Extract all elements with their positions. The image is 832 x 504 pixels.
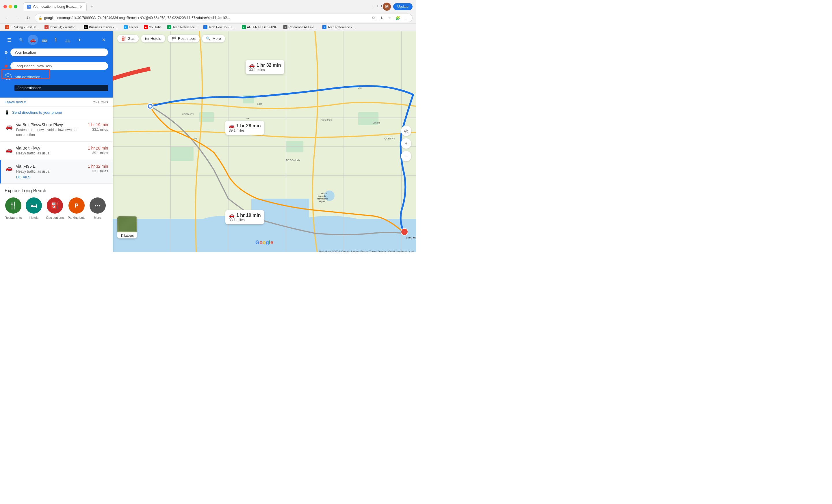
bookmark-bi-viking[interactable]: B BI Viking - Last 50...	[3, 25, 41, 30]
back-button[interactable]: ←	[3, 14, 11, 22]
zoom-in-button[interactable]: +	[401, 138, 411, 149]
more-chip[interactable]: 🔍 More	[202, 35, 225, 43]
transport-bike-icon[interactable]: 🚲	[62, 35, 73, 45]
route-option-2[interactable]: 🚗 via I-495 E Heavy traffic, as usual DE…	[0, 160, 113, 184]
maximize-window-button[interactable]	[14, 5, 17, 8]
route-desc-2: Heavy traffic, as usual	[16, 169, 84, 174]
bookmark-label: AFTER PUBLISHING	[247, 25, 278, 29]
address-bar[interactable]: 🔒 google.com/maps/dir/40.7099933,-74.010…	[35, 13, 413, 22]
zoom-out-button[interactable]: −	[401, 151, 411, 161]
origin-input[interactable]	[10, 49, 108, 56]
leave-now-button[interactable]: Leave now ▾	[5, 100, 26, 104]
layers-button[interactable]: ◧ Layers	[117, 216, 137, 239]
hotels-chip-icon: 🛏	[145, 36, 149, 41]
transport-car-icon[interactable]: 🚗	[28, 35, 38, 45]
map-area[interactable]: QUEENS BROOKLYN HOBOKEN Floral Park Elmo…	[113, 31, 416, 252]
more-icon[interactable]: ⋮	[403, 15, 409, 21]
hotels-chip[interactable]: 🛏 Hotels	[141, 35, 165, 43]
bookmark-inbox[interactable]: M Inbox (4) - wanton...	[43, 25, 80, 30]
extensions-icon[interactable]: ⋮⋮⋮	[375, 4, 381, 9]
bookmark-business-insider[interactable]: B Business Insider - ...	[82, 25, 120, 30]
route-option-0[interactable]: 🚗 via Belt Pkwy/Shore Pkwy Fastest route…	[0, 118, 113, 142]
bookmark-label: Tech How To - Bu...	[209, 25, 236, 29]
explore-gas[interactable]: ⛽ Gas stations	[46, 197, 63, 219]
close-window-button[interactable]	[3, 5, 7, 8]
add-destination-row[interactable]: + Add destination	[5, 72, 108, 81]
bookmark-youtube[interactable]: ▶ YouTube	[142, 25, 163, 30]
explore-parking[interactable]: P Parking Lots	[68, 197, 85, 219]
route-time-box-0: 🚗 1 hr 32 min 33.1 miles	[245, 60, 284, 74]
route-details-link[interactable]: DETAILS	[16, 175, 84, 179]
extensions-btn[interactable]: 🧩	[395, 15, 401, 21]
bookmark-tech-ref2[interactable]: T Tech Reference - ...	[321, 25, 357, 30]
route-time-0: 1 hr 19 min	[88, 122, 108, 127]
car-icon-2: 🚗	[5, 165, 13, 171]
bookmark-tech-how[interactable]: T Tech How To - Bu...	[202, 25, 238, 30]
bookmark-label: Tech Reference - ...	[328, 25, 355, 29]
transport-walk-icon[interactable]: 🚶	[51, 35, 61, 45]
route-name-0: via Belt Pkwy/Shore Pkwy	[16, 122, 84, 127]
svg-text:BROOKLYN: BROOKLYN	[286, 159, 300, 162]
bookmark-favicon: t	[124, 25, 128, 29]
options-button[interactable]: OPTIONS	[93, 101, 108, 104]
refresh-button[interactable]: ↻	[24, 14, 32, 22]
rest-stops-chip[interactable]: 🏁 Rest stops	[167, 35, 200, 43]
profile-avatar[interactable]: M	[383, 3, 391, 11]
route-time-dist-0: 1 hr 19 min 33.1 miles	[88, 122, 108, 132]
gas-chip-label: Gas	[128, 36, 135, 41]
bookmark-label: Tech Reference 0	[173, 25, 197, 29]
bookmark-tech-ref[interactable]: T Tech Reference 0	[165, 25, 199, 30]
forward-button[interactable]: →	[14, 14, 22, 22]
svg-text:QUEENS: QUEENS	[384, 137, 395, 140]
route-dist-2: 33.1 miles	[88, 169, 108, 173]
minimize-window-button[interactable]	[9, 5, 12, 8]
route-time-dist-2: 1 hr 32 min 33.1 miles	[88, 164, 108, 173]
tab-close-button[interactable]: ✕	[79, 4, 83, 9]
menu-button[interactable]: ☰	[5, 35, 14, 45]
active-tab[interactable]: 🗺 Your location to Long Beach, N... ✕	[23, 2, 87, 11]
search-icon: 🔍	[206, 36, 211, 41]
bookmark-twitter[interactable]: t Twitter	[122, 25, 140, 30]
parking-icon: P	[69, 197, 85, 214]
rtb-dist-2: 33.1 miles	[229, 218, 261, 222]
explore-restaurants[interactable]: 🍴 Restaurants	[5, 197, 22, 219]
chevron-down-icon: ▾	[24, 100, 26, 104]
pip-icon[interactable]: ⧉	[371, 15, 376, 21]
layers-label: ◧ Layers	[117, 232, 137, 239]
hotels-chip-label: Hotels	[151, 36, 161, 41]
gas-chip[interactable]: ⛽ Gas	[117, 35, 139, 43]
download-icon[interactable]: ⬇	[379, 15, 385, 21]
explore-more[interactable]: ••• More	[89, 197, 106, 219]
svg-text:Elmont: Elmont	[373, 121, 380, 124]
bookmark-label: Inbox (4) - wanton...	[50, 25, 78, 29]
update-button[interactable]: Update	[393, 3, 413, 10]
bookmark-favicon: A	[242, 25, 246, 29]
bookmark-favicon: M	[45, 25, 49, 29]
route-desc-1: Heavy traffic, as usual	[16, 151, 84, 156]
bookmark-ref-live[interactable]: R Reference All Live...	[282, 25, 319, 30]
bookmark-favicon: ▶	[144, 25, 148, 29]
route-option-1[interactable]: 🚗 via Belt Pkwy Heavy traffic, as usual …	[0, 142, 113, 160]
explore-section: Explore Long Beach 🍴 Restaurants 🛏 Hotel…	[0, 184, 113, 224]
svg-text:495: 495	[358, 87, 362, 89]
close-sidebar-button[interactable]: ✕	[99, 35, 108, 45]
destination-input[interactable]	[10, 62, 108, 70]
route-time-2: 1 hr 32 min	[88, 164, 108, 169]
svg-text:International: International	[317, 198, 328, 200]
my-location-button[interactable]: ◎	[401, 125, 411, 136]
route-dist-0: 33.1 miles	[88, 128, 108, 132]
bookmark-after-pub[interactable]: A AFTER PUBLISHING	[240, 25, 279, 30]
restaurants-icon: 🍴	[5, 197, 21, 214]
route-time-box-1: 🚗 1 hr 28 min 39.1 miles	[225, 121, 264, 135]
main-content: ☰ 🔍 🚗 🚌 🚶 🚲 ✈ ✕	[0, 31, 416, 252]
sidebar-header: ☰ 🔍 🚗 🚌 🚶 🚲 ✈ ✕	[0, 31, 113, 97]
bookmark-label: Business Insider - ...	[89, 25, 118, 29]
transit-walk-icon[interactable]: 🔍	[16, 35, 27, 45]
explore-hotels[interactable]: 🛏 Hotels	[26, 197, 42, 219]
transport-plane-icon[interactable]: ✈	[74, 35, 84, 45]
new-tab-button[interactable]: +	[88, 3, 96, 11]
transport-transit-icon[interactable]: 🚌	[39, 35, 50, 45]
send-directions-button[interactable]: 📱 Send directions to your phone	[0, 107, 113, 118]
add-destination-label: Add destination	[15, 75, 41, 79]
bookmark-icon[interactable]: ☆	[387, 15, 393, 21]
